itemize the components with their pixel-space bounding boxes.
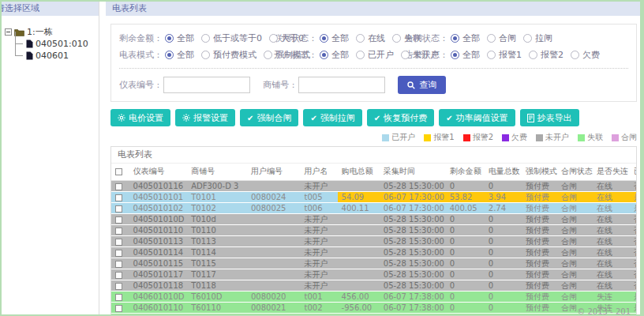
row-checkbox[interactable]: [115, 261, 122, 268]
row-checkbox[interactable]: [115, 283, 122, 290]
table-cell: 未开户: [300, 236, 337, 247]
table-cell: T0118: [187, 280, 247, 292]
radio-option[interactable]: 合闸: [487, 32, 516, 44]
table-cell: 400.11: [338, 203, 380, 214]
radio-icon[interactable]: [356, 34, 365, 43]
legend-label: 报警1: [433, 132, 454, 143]
select-all-checkbox[interactable]: [115, 168, 122, 175]
row-checkbox[interactable]: [115, 294, 122, 301]
toolbar-button-label: 抄表导出: [537, 112, 572, 124]
table-cell: 在线: [593, 192, 630, 203]
table-cell: 040601010D: [129, 292, 188, 303]
radio-icon[interactable]: [487, 34, 496, 43]
radio-option[interactable]: 全部: [320, 49, 349, 61]
table-cell: 未开户: [300, 269, 337, 280]
column-header: 是否失连: [593, 164, 630, 181]
tree-node-meter[interactable]: 040501:010: [15, 38, 97, 50]
row-checkbox[interactable]: [115, 250, 122, 257]
toolbar-button-恢复预付费[interactable]: ✔恢复预付费: [367, 109, 434, 126]
radio-selected-icon[interactable]: [451, 51, 459, 59]
radio-option[interactable]: 全部: [165, 49, 194, 61]
radio-icon[interactable]: [571, 51, 579, 59]
radio-option[interactable]: 全部: [165, 32, 194, 44]
table-cell: t005: [300, 192, 337, 203]
radio-icon[interactable]: [529, 51, 537, 59]
radio-icon[interactable]: [201, 51, 210, 59]
radio-option[interactable]: 欠费: [571, 49, 600, 61]
table-cell: T0117: [187, 269, 247, 280]
row-checkbox[interactable]: [115, 272, 122, 279]
checkbox-cell: [111, 236, 129, 247]
radio-option[interactable]: 拉闸: [523, 32, 552, 44]
table-cell: 在线: [593, 214, 630, 225]
radio-icon[interactable]: [523, 34, 532, 43]
radio-icon[interactable]: [487, 51, 496, 59]
toolbar-button-强制合闸[interactable]: ✔强制合闸: [240, 109, 298, 126]
checkbox-cell: [111, 269, 129, 280]
row-checkbox[interactable]: [115, 205, 122, 213]
radio-option[interactable]: 预付费模式: [201, 49, 256, 61]
radio-option[interactable]: 报警1: [487, 49, 522, 61]
radio-icon[interactable]: [356, 51, 365, 59]
table-cell: 0: [446, 214, 485, 225]
shop-no-input[interactable]: [298, 77, 385, 93]
table-cell: 合闸: [557, 269, 593, 280]
tree-collapse-icon[interactable]: [5, 28, 12, 36]
radio-option[interactable]: 低于或等于0: [201, 32, 262, 44]
table-cell: 0080022: [247, 314, 301, 316]
radio-option[interactable]: 已开户: [356, 49, 394, 61]
radio-selected-icon[interactable]: [165, 51, 174, 59]
radio-selected-icon[interactable]: [451, 34, 459, 43]
table-row: 040601010DT6010D0080020t001456.0006-07 1…: [111, 292, 637, 303]
toolbar-button-报警设置[interactable]: 报警设置: [175, 109, 235, 126]
column-header: 购电总额: [338, 164, 380, 181]
checkbox-cell: [111, 303, 129, 314]
toolbar-button-抄表导出[interactable]: 抄表导出: [520, 109, 579, 126]
table-cell: 在线: [593, 269, 630, 280]
table-cell: T0113: [187, 236, 247, 247]
table-cell: T60110: [187, 303, 247, 314]
table-cell: [338, 247, 380, 258]
meter-no-input[interactable]: [163, 77, 250, 93]
query-button[interactable]: 查询: [398, 76, 446, 94]
radio-selected-icon[interactable]: [165, 34, 174, 43]
radio-icon[interactable]: [264, 51, 272, 59]
radio-option[interactable]: 全部: [451, 49, 480, 61]
row-checkbox[interactable]: [115, 194, 122, 201]
row-checkbox[interactable]: [115, 183, 122, 190]
table-row: 0405010110T0110未开户05-28 15:30:0000预付费合闸在…: [111, 225, 637, 236]
table-cell: 在线: [593, 236, 630, 247]
row-checkbox[interactable]: [115, 305, 122, 312]
table-cell: 05-28 15:30:00: [380, 247, 446, 258]
tree-root-label: 1:一栋: [27, 26, 53, 38]
radio-option[interactable]: 在线: [356, 32, 385, 44]
toolbar-button-强制拉闸[interactable]: ✔强制拉闸: [303, 109, 361, 126]
toolbar-button-功率阈值设置[interactable]: ✔功率阈值设置: [439, 109, 515, 126]
gear-icon: [182, 114, 190, 122]
radio-option-label: 欠费: [582, 49, 600, 61]
radio-selected-icon[interactable]: [320, 34, 328, 43]
toolbar-button-电价设置[interactable]: 电价设置: [110, 109, 170, 126]
radio-icon[interactable]: [269, 34, 278, 43]
row-checkbox[interactable]: [115, 216, 122, 224]
radio-option[interactable]: 报警2: [529, 49, 564, 61]
row-checkbox[interactable]: [115, 228, 122, 235]
radio-icon[interactable]: [392, 34, 401, 43]
radio-option[interactable]: 全部: [320, 32, 349, 44]
copyright-footer: © 2013 - 201: [577, 307, 631, 316]
table-cell: [338, 280, 380, 292]
table-cell: 否: [630, 225, 637, 236]
radio-selected-icon[interactable]: [320, 51, 328, 59]
table-cell: 0: [446, 225, 485, 236]
radio-option[interactable]: 全部: [451, 32, 480, 44]
table-row: 0405010101T01010080024t00554.0906-07 17:…: [111, 192, 637, 203]
table-cell: t001: [300, 292, 337, 303]
checkbox-cell: [111, 203, 129, 214]
radio-icon[interactable]: [401, 51, 410, 59]
radio-icon[interactable]: [201, 34, 210, 43]
row-checkbox[interactable]: [115, 239, 122, 246]
filter-rows: 剩余金额：全部低于或等于0大于0联网状态：全部在线失联合闸状态：全部合闸拉闸电表…: [119, 30, 628, 63]
table-cell: 合闸: [557, 236, 593, 247]
tree-node-meter[interactable]: 040601: [15, 50, 97, 62]
sidebar-header: 请选择区域: [2, 2, 99, 16]
